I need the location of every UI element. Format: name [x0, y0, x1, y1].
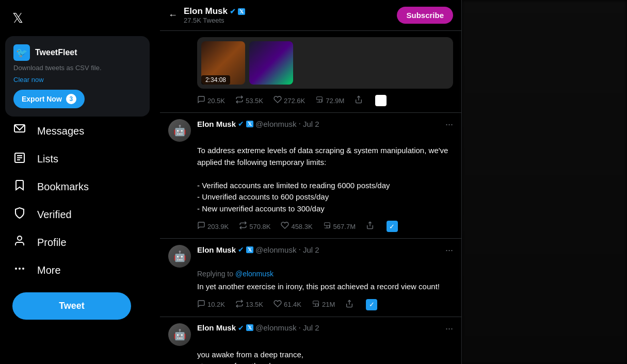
subscribe-button[interactable]: Subscribe — [397, 7, 453, 24]
action-comment[interactable]: 20.5K — [197, 95, 225, 106]
tweet-more-2[interactable]: ··· — [445, 245, 453, 256]
action-retweet-3[interactable]: 13.5K — [235, 300, 263, 310]
replying-to-link-2[interactable]: @elonmusk — [235, 270, 274, 278]
action-share-2[interactable] — [366, 221, 374, 231]
action-retweet[interactable]: 53.5K — [235, 95, 263, 106]
retweet-icon-3 — [235, 300, 244, 310]
sidebar-item-bookmarks-label: Bookmarks — [37, 181, 89, 193]
like-icon — [274, 95, 282, 106]
lists-icon — [12, 151, 27, 167]
tweetfleet-logo-icon: 🐦 — [13, 44, 30, 61]
more-icon — [12, 262, 27, 278]
comment-count-3: 10.2K — [207, 301, 225, 308]
action-like-2[interactable]: 458.3K — [281, 221, 312, 231]
tweet-more-3[interactable]: ··· — [445, 323, 453, 334]
tweet-button[interactable]: Tweet — [12, 292, 131, 320]
sidebar-item-verified[interactable]: Verified — [6, 201, 138, 228]
avatar-elon-3: 🤖 — [168, 323, 191, 346]
sidebar-item-more[interactable]: More — [6, 256, 138, 284]
profile-icon — [12, 235, 27, 250]
action-views[interactable]: 72.9M — [315, 95, 344, 106]
avatar-elon-1: 🤖 — [168, 119, 191, 142]
tweet-header-trance: 🤖 Elon Musk ✔ 𝕏 @elonmusk · Jul 2 ··· — [168, 323, 453, 346]
action-retweet-2[interactable]: 570.8K — [239, 221, 270, 231]
clear-now-link[interactable]: Clear now — [13, 76, 141, 84]
tweet-header-scraping: 🤖 Elon Musk ✔ 𝕏 @elonmusk · Jul 2 ··· — [168, 119, 453, 142]
views-count-2: 567.7M — [333, 223, 356, 230]
right-panel-blurred — [462, 0, 627, 364]
tweet-dot-1: · — [298, 119, 300, 128]
comment-icon-3 — [197, 300, 205, 310]
tweet-author-name-3: Elon Musk — [197, 323, 236, 332]
comment-count-2: 203.9K — [207, 223, 229, 230]
share-icon-2 — [366, 221, 374, 231]
sidebar-item-bookmarks[interactable]: Bookmarks — [6, 173, 138, 201]
tweet-handle-1: @elonmusk — [255, 120, 296, 128]
svg-point-9 — [22, 268, 24, 270]
tweet-more-1[interactable]: ··· — [445, 119, 453, 130]
action-share[interactable] — [355, 95, 363, 106]
views-count-3: 21M — [322, 301, 335, 308]
bookmark-check-3[interactable]: ✓ — [366, 299, 377, 310]
comment-icon — [197, 95, 205, 106]
verified-badge-2: ✔ — [238, 245, 244, 254]
sidebar-item-messages-label: Messages — [37, 125, 84, 137]
like-count: 272.6K — [284, 97, 305, 105]
tweet-card-trance: 🤖 Elon Musk ✔ 𝕏 @elonmusk · Jul 2 ··· yo… — [160, 317, 461, 365]
sidebar-item-lists[interactable]: Lists — [6, 145, 138, 173]
action-comment-3[interactable]: 10.2K — [197, 300, 225, 310]
tweet-handle-2: @elonmusk — [255, 245, 296, 254]
tweet-author-name-1: Elon Musk — [197, 120, 236, 128]
action-like-3[interactable]: 61.4K — [274, 300, 301, 310]
views-count: 72.9M — [326, 97, 344, 105]
header-name: Elon Musk ✔ 𝕏 — [184, 6, 391, 16]
main-header: ← Elon Musk ✔ 𝕏 27.5K Tweets Subscribe — [160, 0, 461, 31]
action-comment-2[interactable]: 203.9K — [197, 221, 229, 231]
twitter-logo-icon: 𝕏 — [6, 5, 138, 31]
avatar-elon-2: 🤖 — [168, 245, 191, 268]
export-now-button[interactable]: Export Now 3 — [13, 90, 85, 108]
tweet-dot-3: · — [298, 323, 300, 333]
action-views-3[interactable]: 21M — [312, 300, 335, 310]
tweet-card-scraping: 🤖 Elon Musk ✔ 𝕏 @elonmusk · Jul 2 ··· To… — [160, 113, 461, 239]
video-timestamp: 2:34:08 — [201, 75, 230, 85]
sidebar-item-verified-label: Verified — [37, 209, 72, 221]
tweet-actions-video: 20.5K 53.5K 272.6K 72.9M — [197, 95, 453, 106]
sidebar-item-profile[interactable]: Profile — [6, 228, 138, 256]
bookmarks-icon — [12, 179, 27, 194]
tweet-user-row-1: Elon Musk ✔ 𝕏 @elonmusk · Jul 2 — [197, 119, 439, 128]
like-count-3: 61.4K — [284, 301, 301, 308]
tweetfleet-title: TweetFleet — [35, 48, 77, 57]
sidebar-item-profile-label: Profile — [37, 237, 67, 249]
retweet-icon — [235, 95, 244, 106]
retweet-count: 53.5K — [246, 97, 263, 105]
comment-icon-2 — [197, 221, 205, 231]
tweet-user-row-3: Elon Musk ✔ 𝕏 @elonmusk · Jul 2 — [197, 323, 439, 333]
tweetfleet-subtitle: Download tweets as CSV file. — [13, 64, 141, 72]
twitter-badge-1: 𝕏 — [246, 121, 253, 127]
tweet-dot-2: · — [298, 245, 300, 254]
tweet-user-row-2: Elon Musk ✔ 𝕏 @elonmusk · Jul 2 — [197, 245, 439, 254]
svg-point-6 — [18, 236, 22, 240]
action-like[interactable]: 272.6K — [274, 95, 305, 106]
tweetfleet-card: 🐦 TweetFleet Download tweets as CSV file… — [5, 36, 150, 117]
comment-count: 20.5K — [207, 97, 225, 105]
back-button[interactable]: ← — [168, 10, 178, 21]
bookmark-check-empty[interactable] — [375, 95, 387, 106]
sidebar-item-messages[interactable]: Messages — [6, 117, 138, 145]
tweet-body-irony: In yet another exercise in irony, this p… — [197, 281, 453, 293]
sidebar: 🐦 TweetFleet Download tweets as CSV file… — [0, 0, 160, 364]
views-icon — [315, 95, 324, 106]
like-icon-2 — [281, 221, 289, 231]
sidebar-item-more-label: More — [37, 264, 61, 276]
action-share-3[interactable] — [345, 300, 353, 310]
bookmark-check-2[interactable]: ✓ — [387, 221, 398, 232]
action-views-2[interactable]: 567.7M — [323, 221, 356, 231]
main-content: ← Elon Musk ✔ 𝕏 27.5K Tweets Subscribe 2… — [160, 0, 462, 364]
sidebar-item-lists-label: Lists — [37, 153, 58, 165]
like-icon-3 — [274, 300, 282, 310]
retweet-count-2: 570.8K — [249, 223, 270, 230]
retweet-count-3: 13.5K — [246, 301, 263, 308]
verified-icon — [12, 207, 27, 222]
views-icon-3 — [312, 300, 320, 310]
